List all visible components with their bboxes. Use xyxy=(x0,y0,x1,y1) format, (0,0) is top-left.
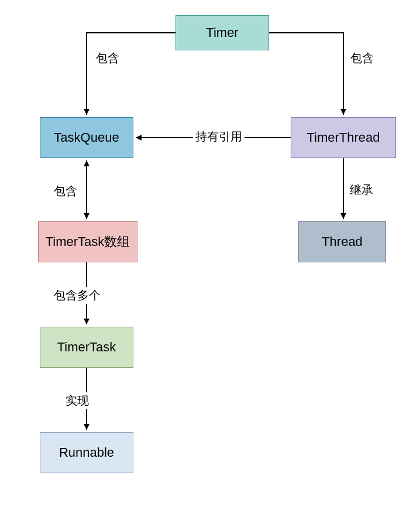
node-timertask-label: TimerTask xyxy=(57,340,116,355)
edge-label-timer-timerthread: 包含 xyxy=(348,50,376,67)
node-timerthread: TimerThread xyxy=(291,117,396,158)
node-taskqueue-label: TaskQueue xyxy=(54,130,119,145)
node-thread: Thread xyxy=(298,221,386,262)
node-thread-label: Thread xyxy=(322,234,363,249)
node-timer-label: Timer xyxy=(206,25,238,40)
node-runnable-label: Runnable xyxy=(59,445,114,460)
edge-label-timer-taskqueue: 包含 xyxy=(94,50,122,67)
edge-label-timerthread-thread: 继承 xyxy=(347,182,376,199)
node-timertask: TimerTask xyxy=(40,327,133,368)
node-runnable: Runnable xyxy=(40,432,133,473)
edge-label-timerthread-taskqueue: 持有引用 xyxy=(193,128,245,145)
node-timerthread-label: TimerThread xyxy=(307,130,380,145)
node-timertaskarray: TimerTask数组 xyxy=(38,221,137,262)
node-timertaskarray-label: TimerTask数组 xyxy=(46,233,130,251)
edge-label-timertaskarray-timertask: 包含多个 xyxy=(51,287,103,304)
edge-label-timertask-runnable: 实现 xyxy=(63,392,91,409)
node-taskqueue: TaskQueue xyxy=(40,117,133,158)
node-timer: Timer xyxy=(175,15,269,50)
edge-label-taskqueue-timertaskarray: 包含 xyxy=(51,183,80,200)
